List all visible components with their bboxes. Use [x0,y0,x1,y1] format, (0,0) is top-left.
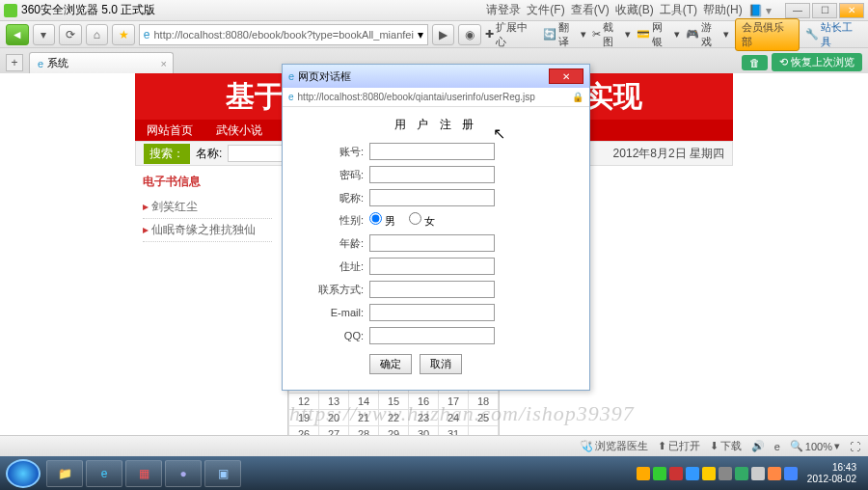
site-tools[interactable]: 🔧 站长工具 [805,20,862,49]
lock-icon: 🔒 [572,92,583,102]
fav-button[interactable]: ★ [112,24,135,45]
vip-club[interactable]: 会员俱乐部 [735,18,800,51]
ebook-item[interactable]: 剑笑红尘 [143,196,272,219]
url-input[interactable] [154,29,414,41]
menu-fav[interactable]: 收藏(B) [615,2,654,18]
tb-ie[interactable]: e [86,460,122,487]
close-button[interactable]: ✕ [839,3,864,18]
menu-file[interactable]: 文件(F) [527,2,564,18]
age-input[interactable] [369,234,495,252]
tab-1[interactable]: e 系统 × [29,52,174,73]
sex-label: 性别: [302,213,369,228]
mute-icon[interactable]: 🔊 [751,440,765,452]
dialog-icon: e [288,70,294,82]
cancel-button[interactable]: 取消 [420,354,462,374]
addr-label: 住址: [302,259,369,274]
game[interactable]: 🎮 游戏 ▾ [686,20,729,49]
tb-explorer[interactable]: 📁 [46,460,83,487]
translate[interactable]: 🔄 翻译 ▾ [543,20,586,49]
page-icon: e [144,28,150,41]
ext-center[interactable]: ✚ 扩展中心 [485,20,537,49]
netbank[interactable]: 💳 网银 ▾ [637,20,680,49]
go-button[interactable]: ▶ [432,24,455,45]
ie-icon[interactable]: e [774,441,780,452]
taskbar: 📁 e ▦ ● ▣ 16:432012-08-02 [0,456,868,490]
menu-help[interactable]: 帮助(H) [703,2,743,18]
qq-label: QQ: [302,330,369,341]
fwd-button[interactable]: ▾ [33,24,56,45]
tb-app1[interactable]: ▦ [125,460,162,487]
ebook-heading: 电子书信息 [143,174,272,190]
url-box[interactable]: e ▾ [139,24,428,45]
register-dialog: e 网页对话框 ✕ e 🔒 用 户 注 册 账号: 密码: 昵称: 性别: 男 … [282,64,590,391]
addr-input[interactable] [369,258,495,275]
back-button[interactable]: ◄ [6,24,29,45]
account-label: 账号: [302,145,369,159]
stop-button[interactable]: ◉ [458,24,481,45]
email-input[interactable] [369,304,495,321]
tb-app3[interactable]: ▣ [204,460,241,487]
menu-tools[interactable]: 工具(T) [660,2,697,18]
home-button[interactable]: ⌂ [86,24,109,45]
contact-label: 联系方式: [302,283,369,297]
restore-button[interactable]: ⟲ 恢复上次浏览 [772,53,862,71]
form-heading: 用 户 注 册 [302,117,570,133]
dialog-url-icon: e [288,92,294,102]
opened[interactable]: ⬆ 已打开 [658,439,700,453]
pass-label: 密码: [302,168,369,182]
sex-male-radio[interactable] [369,212,382,225]
tab-title: 系统 [47,56,68,70]
name-label: 名称: [196,146,222,162]
nick-input[interactable] [369,189,495,206]
start-button[interactable] [6,459,41,488]
app-icon [4,4,17,17]
email-label: E-mail: [302,307,369,318]
search-label: 搜索： [144,144,190,164]
pass-input[interactable] [369,166,495,183]
refresh-button[interactable]: ⟳ [59,24,82,45]
dialog-close-button[interactable]: ✕ [549,68,583,84]
dialog-url[interactable] [298,92,568,102]
zoom-level[interactable]: 🔍 100% ▾ [790,440,840,452]
date-display: 2012年8月2日 星期四 [613,146,724,162]
menu-login[interactable]: 请登录 [486,2,521,18]
doctor[interactable]: 🩺 浏览器医生 [580,439,648,453]
tray-icons[interactable] [637,467,798,480]
age-label: 年龄: [302,236,369,251]
nav-wuxia[interactable]: 武侠小说 [204,120,274,141]
nick-label: 昵称: [302,191,369,205]
nav-home[interactable]: 网站首页 [135,120,204,141]
address-toolbar: ◄ ▾ ⟳ ⌂ ★ e ▾ ▶ ◉ ✚ 扩展中心 🔄 翻译 ▾ ✂ 截图 ▾ 💳… [0,21,868,48]
screenshot[interactable]: ✂ 截图 ▾ [592,20,631,49]
contact-input[interactable] [369,281,495,298]
download[interactable]: ⬇ 下载 [710,439,742,453]
app-title: 360安全浏览器 5.0 正式版 [21,2,155,18]
expand-icon[interactable]: ⛶ [850,441,860,452]
qq-input[interactable] [369,327,495,344]
trash-button[interactable]: 🗑 [742,55,768,70]
account-input[interactable] [369,143,495,160]
menu-view[interactable]: 查看(V) [571,2,610,18]
tab-close-icon[interactable]: × [161,58,167,69]
min-button[interactable]: — [785,3,810,18]
status-bar: 🩺 浏览器医生 ⬆ 已打开 ⬇ 下载 🔊 e 🔍 100% ▾ ⛶ [0,435,868,456]
tab-favicon: e [38,58,43,69]
dialog-title: 网页对话框 [298,69,351,84]
sex-female-radio[interactable] [409,212,421,225]
ok-button[interactable]: 确定 [369,354,412,374]
clock[interactable]: 16:432012-08-02 [801,462,862,485]
max-button[interactable]: ☐ [812,3,837,18]
new-tab-button[interactable]: + [6,54,23,71]
tb-app2[interactable]: ● [165,460,202,487]
ebook-item[interactable]: 仙眠奇缘之推抗独仙 [143,219,272,242]
dropdown-icon[interactable]: ▾ [418,28,423,41]
